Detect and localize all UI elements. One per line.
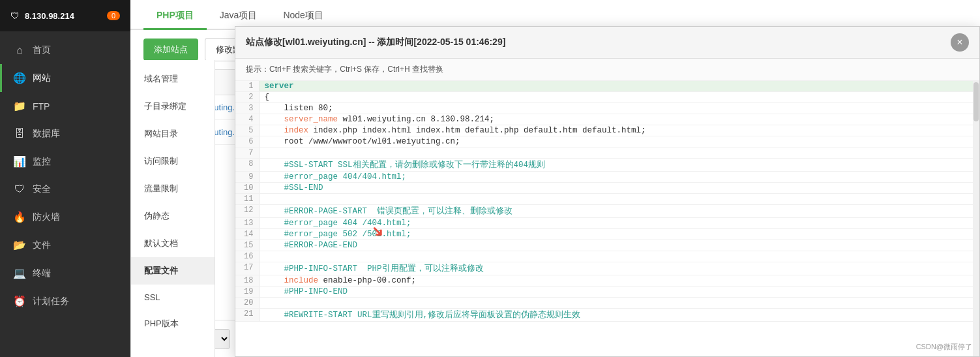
line-number: 5 — [235, 125, 259, 136]
sidebar-item-security[interactable]: 🛡 安全 — [0, 176, 130, 203]
submenu-item-traffic[interactable]: 流量限制 — [131, 175, 215, 202]
line-code: listen 80; — [259, 103, 973, 114]
code-table: 1server2{3 listen 80;4 server_name wl01.… — [235, 81, 973, 322]
security-icon: 🛡 — [13, 183, 26, 195]
submenu-item-domain[interactable]: 域名管理 — [131, 65, 215, 93]
ftp-icon: 📁 — [13, 100, 26, 112]
line-number: 2 — [235, 92, 259, 103]
sidebar-item-firewall[interactable]: 🔥 防火墙 — [0, 203, 130, 231]
line-code: server_name wl01.weiyuting.cn 8.130.98.2… — [259, 114, 973, 125]
line-code: { — [259, 92, 973, 103]
main-content: ➜ PHP项目 Java项目 Node项目 添加站点 修改默认页 默认站点 R … — [130, 0, 980, 357]
sidebar-item-cron[interactable]: ⏰ 计划任务 — [0, 287, 130, 315]
sidebar-item-ftp[interactable]: 📁 FTP — [0, 92, 130, 120]
submenu-item-sitedir[interactable]: 网站目录 — [131, 120, 215, 147]
line-code: #ERROR-PAGE-END — [259, 240, 973, 251]
line-code: #PHP-INFO-END — [259, 287, 973, 298]
sidebar-label-ftp: FTP — [33, 101, 50, 112]
cron-icon: ⏰ — [13, 295, 26, 307]
line-number: 18 — [235, 275, 259, 287]
code-editor[interactable]: 1server2{3 listen 80;4 server_name wl01.… — [235, 81, 973, 356]
line-code: index index.php index.html index.htm def… — [259, 125, 973, 136]
line-code: #SSL-END — [259, 183, 973, 194]
vertical-scrollbar[interactable] — [973, 81, 979, 356]
sidebar-item-terminal[interactable]: 💻 终端 — [0, 259, 130, 287]
line-number: 8 — [235, 159, 259, 172]
terminal-icon: 💻 — [13, 267, 26, 279]
line-number: 9 — [235, 172, 259, 183]
line-code: #ERROR-PAGE-START 错误页配置，可以注释、删除或修改 — [259, 205, 973, 218]
line-code: #error_page 404/404.html; — [259, 172, 973, 183]
line-code — [259, 251, 973, 262]
sidebar-item-website[interactable]: 🌐 网站 — [0, 64, 130, 92]
line-number: 3 — [235, 103, 259, 114]
modal-body: 1server2{3 listen 80;4 server_name wl01.… — [235, 81, 979, 356]
sidebar-label-website: 网站 — [33, 72, 51, 84]
modal-close-button[interactable]: × — [951, 33, 969, 52]
submenu-item-subdir[interactable]: 子目录绑定 — [131, 93, 215, 120]
firewall-icon: 🔥 — [13, 211, 26, 223]
line-code: #PHP-INFO-START PHP引用配置，可以注释或修改 — [259, 262, 973, 275]
line-code — [259, 147, 973, 159]
sidebar-label-terminal: 终端 — [33, 268, 51, 279]
sidebar-item-monitor[interactable]: 📊 监控 — [0, 147, 130, 176]
line-number: 20 — [235, 298, 259, 309]
modal-header: 站点修改[wl01.weiyuting.cn] -- 添加时间[2022-05-… — [235, 27, 979, 59]
sidebar-label-cron: 计划任务 — [33, 296, 69, 307]
notification-badge: 0 — [107, 11, 120, 20]
sidebar: 🛡 8.130.98.214 0 ⌂ 首页 🌐 网站 📁 FTP 🗄 数据库 📊… — [0, 0, 130, 357]
line-code: #error_page 404 /404.html; — [259, 218, 973, 229]
line-number: 13 — [235, 218, 259, 229]
files-icon: 📂 — [13, 239, 26, 251]
submenu-item-ssl[interactable]: SSL — [131, 285, 215, 310]
database-icon: 🗄 — [13, 128, 26, 140]
tab-php[interactable]: PHP项目 — [143, 3, 207, 30]
config-modal: 站点修改[wl01.weiyuting.cn] -- 添加时间[2022-05-… — [235, 26, 980, 357]
sidebar-header: 🛡 8.130.98.214 0 — [0, 0, 130, 31]
submenu-item-defaultdoc[interactable]: 默认文档 — [131, 230, 215, 257]
line-number: 10 — [235, 183, 259, 194]
home-icon: ⌂ — [13, 44, 26, 56]
sidebar-label-files: 文件 — [33, 240, 51, 251]
line-number: 12 — [235, 205, 259, 218]
line-number: 15 — [235, 240, 259, 251]
sidebar-label-security: 安全 — [33, 183, 51, 195]
modal-title: 站点修改[wl01.weiyuting.cn] -- 添加时间[2022-05-… — [246, 37, 505, 48]
submenu-item-config[interactable]: 配置文件 — [131, 257, 215, 285]
sidebar-item-files[interactable]: 📂 文件 — [0, 231, 130, 259]
line-number: 4 — [235, 114, 259, 125]
line-number: 21 — [235, 309, 259, 322]
scrollbar-thumb — [973, 82, 979, 121]
website-icon: 🌐 — [13, 72, 26, 84]
sidebar-item-database[interactable]: 🗄 数据库 — [0, 120, 130, 147]
sidebar-label-database: 数据库 — [33, 128, 60, 140]
sidebar-menu: ⌂ 首页 🌐 网站 📁 FTP 🗄 数据库 📊 监控 🛡 安全 🔥 防火墙 📂 — [0, 31, 130, 320]
sidebar-label-home: 首页 — [33, 44, 51, 56]
sidebar-label-firewall: 防火墙 — [33, 211, 60, 223]
line-number: 19 — [235, 287, 259, 298]
submenu-item-pseudo[interactable]: 伪静态 — [131, 202, 215, 230]
server-icon: 🛡 — [10, 10, 20, 21]
monitor-icon: 📊 — [13, 155, 26, 168]
add-site-button[interactable]: 添加站点 — [143, 39, 198, 61]
server-ip: 8.130.98.214 — [25, 11, 74, 21]
line-code: root /www/wwwroot/wl01.weiyuting.cn; — [259, 136, 973, 147]
site-submenu: 域名管理 子目录绑定 网站目录 访问限制 流量限制 伪静态 默认文档 配置文件 … — [130, 60, 215, 357]
line-number: 14 — [235, 229, 259, 240]
line-number: 11 — [235, 194, 259, 205]
sidebar-item-home[interactable]: ⌂ 首页 — [0, 37, 130, 64]
line-number: 7 — [235, 147, 259, 159]
line-number: 17 — [235, 262, 259, 275]
submenu-item-access[interactable]: 访问限制 — [131, 147, 215, 175]
line-code — [259, 298, 973, 309]
line-code: server — [259, 81, 973, 92]
submenu-item-phpver[interactable]: PHP版本 — [131, 310, 215, 337]
line-number: 1 — [235, 81, 259, 92]
line-code: #SSL-START SSL相关配置，请勿删除或修改下一行带注释的404规则 — [259, 159, 973, 172]
line-code: #REWRITE-START URL重写规则引用,修改后应将导面板设置的伪静态规… — [259, 309, 973, 322]
watermark: CSDN@微雨停了 — [916, 342, 972, 352]
modal-hint: 提示：Ctrl+F 搜索关键字，Ctrl+S 保存，Ctrl+H 查找替换 — [235, 59, 979, 81]
line-number: 16 — [235, 251, 259, 262]
line-code: include enable-php-00.conf; — [259, 275, 973, 287]
line-code — [259, 194, 973, 205]
